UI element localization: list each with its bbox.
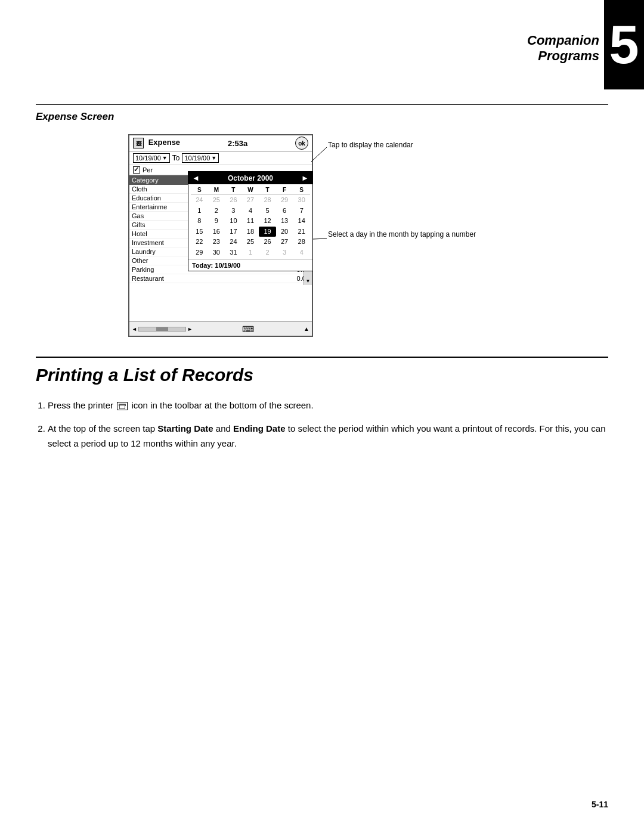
cal-day[interactable]: 28 [293, 237, 310, 247]
chapter-title: Companion Programs [507, 33, 599, 64]
date-to-dropdown[interactable]: 10/19/00 ▼ [182, 153, 219, 163]
cal-day-headers: S M T W T F S [191, 185, 310, 195]
app-name: Expense [148, 138, 180, 147]
cal-day[interactable]: 3 [225, 206, 242, 216]
cal-day[interactable]: 26 [225, 195, 242, 206]
screen-titlebar: 🖼 Expense 2:53a ok [129, 135, 312, 151]
callout-select-day-text: Select a day in the month by tapping a n… [328, 230, 476, 239]
chapter-header: Companion Programs 5 [513, 0, 644, 101]
cal-week-4: 15 16 17 18 19 20 21 [191, 227, 310, 237]
cal-day[interactable]: 17 [225, 227, 242, 237]
cal-day[interactable]: 16 [208, 227, 225, 237]
cal-week-6: 29 30 31 1 2 3 4 [191, 247, 310, 258]
cal-prev[interactable]: ◄ [192, 174, 200, 182]
day-header-t2: T [259, 187, 276, 193]
cal-day[interactable]: 27 [276, 237, 293, 247]
calendar-popup[interactable]: ◄ October 2000 ► S M T W T F S [188, 171, 313, 271]
expense-area: 🖼 Expense 2:53a ok 10/19/00 ▼ To 10/19/0… [36, 128, 608, 343]
main-heading: Printing a List of Records [36, 365, 253, 385]
cal-day[interactable]: 9 [208, 216, 225, 227]
cal-week-5: 22 23 24 25 26 27 28 [191, 237, 310, 247]
cal-header: ◄ October 2000 ► [188, 172, 312, 184]
cal-day[interactable]: 15 [191, 227, 208, 237]
date-row: 10/19/00 ▼ To 10/19/00 ▼ [129, 151, 312, 165]
cal-day[interactable]: 30 [293, 195, 310, 206]
cal-day[interactable]: 28 [259, 195, 276, 206]
cal-day[interactable]: 30 [208, 247, 225, 258]
day-header-t1: T [225, 187, 242, 193]
horizontal-scrollbar[interactable]: ◄ ► [132, 326, 193, 332]
cal-day[interactable]: 25 [208, 195, 225, 206]
cal-day[interactable]: 12 [259, 216, 276, 227]
cal-day[interactable]: 27 [242, 195, 259, 206]
day-header-s2: S [293, 187, 310, 193]
main-rule [36, 357, 608, 358]
cal-day[interactable]: 13 [276, 216, 293, 227]
cal-day[interactable]: 4 [293, 247, 310, 258]
cal-day[interactable]: 2 [208, 206, 225, 216]
list-item-2: At the top of the screen tap Starting Da… [48, 422, 608, 451]
ok-button[interactable]: ok [295, 137, 308, 150]
per-label: Per [143, 166, 153, 174]
cal-day[interactable]: 6 [276, 206, 293, 216]
cal-day[interactable]: 5 [259, 206, 276, 216]
cal-day[interactable]: 11 [242, 216, 259, 227]
cal-day[interactable]: 26 [259, 237, 276, 247]
cal-day[interactable]: 23 [208, 237, 225, 247]
cal-week-1: 24 25 26 27 28 29 30 [191, 195, 310, 206]
cal-day[interactable]: 1 [242, 247, 259, 258]
time-display: 2:53a [228, 139, 247, 148]
cal-day[interactable]: 8 [191, 216, 208, 227]
body-text: Press the printer icon in the toolbar at… [36, 398, 608, 459]
item2-mid: and [213, 423, 233, 433]
cal-month: October 2000 [228, 174, 273, 182]
scroll-right-arrow[interactable]: ► [187, 326, 193, 332]
section-title: Expense Screen [36, 111, 114, 123]
item1-before: Press the printer [48, 400, 113, 410]
cal-day[interactable]: 22 [191, 237, 208, 247]
day-header-s1: S [191, 187, 208, 193]
cal-day[interactable]: 3 [276, 247, 293, 258]
date-from-dropdown[interactable]: 10/19/00 ▼ [133, 153, 170, 163]
cal-day[interactable]: 24 [225, 237, 242, 247]
chapter-title-block: Companion Programs 5 [507, 0, 644, 89]
item2-bold2: Ending Date [233, 423, 286, 433]
page-number: 5-11 [592, 800, 608, 809]
per-checkbox[interactable] [133, 166, 140, 174]
cal-day[interactable]: 2 [259, 247, 276, 258]
callout-calendar-text: Tap to display the calendar [328, 141, 413, 149]
cal-day[interactable]: 20 [276, 227, 293, 237]
app-title-row: 🖼 Expense [133, 138, 180, 148]
cal-day[interactable]: 25 [242, 237, 259, 247]
scroll-left-arrow[interactable]: ◄ [132, 326, 137, 332]
cal-today-row: Today: 10/19/00 [188, 259, 312, 271]
cal-next[interactable]: ► [301, 174, 309, 182]
item2-bold1: Starting Date [157, 423, 213, 433]
cal-day[interactable]: 29 [191, 247, 208, 258]
device-screen: 🖼 Expense 2:53a ok 10/19/00 ▼ To 10/19/0… [128, 134, 313, 337]
scroll-track[interactable] [138, 327, 186, 332]
top-rule [36, 104, 608, 105]
cal-day[interactable]: 7 [293, 206, 310, 216]
scroll-up-arrow-bottom[interactable]: ▲ [304, 326, 309, 332]
keyboard-icon[interactable]: ⌨ [242, 324, 254, 334]
cal-grid: S M T W T F S 24 25 26 27 28 [188, 184, 312, 259]
cal-day[interactable]: 29 [276, 195, 293, 206]
to-label: To [172, 154, 180, 162]
cal-day[interactable]: 14 [293, 216, 310, 227]
callout-select-day: Select a day in the month by tapping a n… [328, 230, 476, 240]
dropdown-arrow-to: ▼ [211, 155, 216, 161]
cal-day[interactable]: 21 [293, 227, 310, 237]
chapter-number: 5 [604, 0, 644, 89]
cal-day[interactable]: 31 [225, 247, 242, 258]
dropdown-arrow-from: ▼ [162, 155, 168, 161]
cal-day[interactable]: 10 [225, 216, 242, 227]
cal-day[interactable]: 18 [242, 227, 259, 237]
cal-day[interactable]: 24 [191, 195, 208, 206]
cal-week-2: 1 2 3 4 5 6 7 [191, 206, 310, 216]
scroll-down-arrow[interactable]: ▼ [306, 278, 311, 284]
cal-day[interactable]: 1 [191, 206, 208, 216]
cal-day[interactable]: 4 [242, 206, 259, 216]
cal-day-selected[interactable]: 19 [259, 227, 276, 237]
app-icon: 🖼 [133, 138, 144, 148]
